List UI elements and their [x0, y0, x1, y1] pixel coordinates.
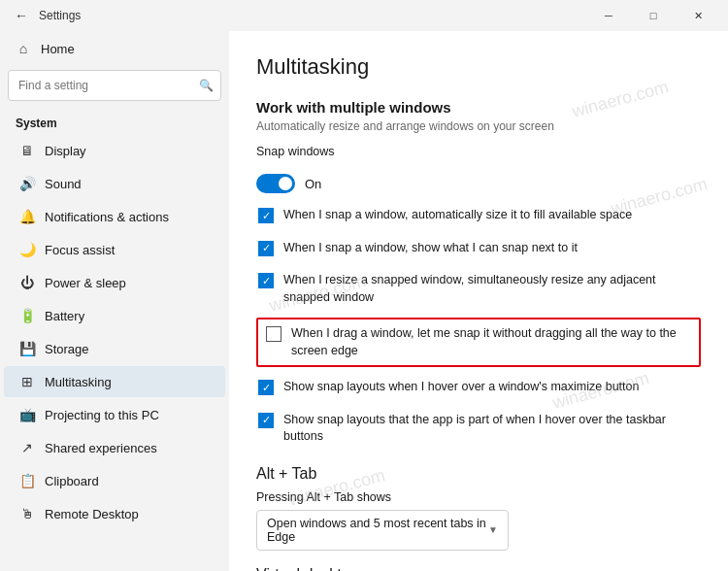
- sidebar-item-sound[interactable]: 🔊 Sound: [4, 168, 225, 199]
- snap-windows-row: Snap windows: [256, 145, 701, 164]
- sidebar-item-storage[interactable]: 💾 Storage: [4, 333, 225, 364]
- checkbox-3[interactable]: [258, 273, 274, 288]
- checkbox-label-2: When I snap a window, show what I can sn…: [283, 240, 578, 257]
- shared-icon: ↗: [19, 440, 35, 455]
- home-label: Home: [41, 42, 75, 56]
- snap-status: On: [305, 177, 321, 191]
- snap-toggle-row: On: [256, 174, 701, 193]
- sidebar-item-label: Shared experiences: [45, 441, 157, 455]
- checkbox-row-1: When I snap a window, automatically size…: [256, 203, 701, 228]
- sidebar-item-home[interactable]: ⌂ Home: [4, 33, 225, 64]
- checkbox-row-6: Show snap layouts that the app is part o…: [256, 408, 701, 450]
- sound-icon: 🔊: [19, 176, 35, 191]
- checkbox-row-2: When I snap a window, show what I can sn…: [256, 236, 701, 261]
- minimize-button[interactable]: ─: [586, 0, 631, 31]
- checkbox-row-4-highlighted: When I drag a window, let me snap it wit…: [256, 318, 701, 367]
- sidebar-item-label: Battery: [45, 309, 84, 323]
- section3-title: Virtual desktops: [256, 566, 701, 572]
- projecting-icon: 📺: [19, 407, 35, 422]
- sidebar-item-display[interactable]: 🖥 Display: [4, 135, 225, 166]
- focus-icon: 🌙: [19, 242, 35, 257]
- sidebar-item-label: Focus assist: [45, 243, 115, 257]
- notifications-icon: 🔔: [19, 209, 35, 224]
- remote-icon: 🖱: [19, 506, 35, 521]
- back-button[interactable]: ←: [8, 2, 35, 29]
- sidebar-item-multitasking[interactable]: ⊞ Multitasking: [4, 366, 225, 397]
- sidebar: ⌂ Home 🔍 System 🖥 Display 🔊 Sound 🔔 Noti…: [0, 31, 229, 571]
- sidebar-section-title: System: [0, 109, 229, 134]
- sidebar-item-clipboard[interactable]: 📋 Clipboard: [4, 465, 225, 496]
- titlebar-title: Settings: [39, 9, 586, 22]
- checkbox-label-3: When I resize a snapped window, simultan…: [283, 272, 699, 306]
- sidebar-item-notifications[interactable]: 🔔 Notifications & actions: [4, 201, 225, 232]
- checkbox-5[interactable]: [258, 380, 274, 395]
- checkbox-6[interactable]: [258, 413, 274, 428]
- home-icon: ⌂: [16, 41, 31, 56]
- sidebar-item-battery[interactable]: 🔋 Battery: [4, 300, 225, 331]
- sidebar-item-label: Notifications & actions: [45, 210, 169, 224]
- sidebar-item-label: Display: [45, 144, 86, 158]
- section2-title: Alt + Tab: [256, 465, 701, 483]
- titlebar: ← Settings ─ □ ✕: [0, 0, 728, 31]
- power-icon: ⏻: [19, 275, 35, 290]
- sidebar-search-container: 🔍: [8, 70, 221, 101]
- display-icon: 🖥: [19, 143, 35, 158]
- checkbox-row-3: When I resize a snapped window, simultan…: [256, 268, 701, 310]
- alt-tab-dropdown[interactable]: Open windows and 5 most recent tabs in E…: [256, 510, 509, 551]
- clipboard-icon: 📋: [19, 473, 35, 488]
- multitasking-icon: ⊞: [19, 374, 35, 389]
- sidebar-item-label: Remote Desktop: [45, 507, 139, 521]
- sidebar-item-label: Storage: [45, 342, 89, 356]
- sidebar-item-shared[interactable]: ↗ Shared experiences: [4, 432, 225, 463]
- sidebar-item-power[interactable]: ⏻ Power & sleep: [4, 267, 225, 298]
- section1-title: Work with multiple windows: [256, 99, 701, 116]
- checkbox-2[interactable]: [258, 241, 274, 256]
- sidebar-item-label: Sound: [45, 177, 82, 191]
- alt-tab-dropdown-arrow: ▼: [488, 524, 498, 535]
- window-controls: ─ □ ✕: [586, 0, 720, 31]
- checkbox-label-6: Show snap layouts that the app is part o…: [283, 412, 699, 446]
- sidebar-item-label: Clipboard: [45, 474, 99, 488]
- checkbox-label-4: When I drag a window, let me snap it wit…: [291, 325, 691, 359]
- maximize-button[interactable]: □: [631, 0, 676, 31]
- back-icon: ←: [15, 8, 28, 23]
- sidebar-item-focus[interactable]: 🌙 Focus assist: [4, 234, 225, 265]
- sidebar-item-remote[interactable]: 🖱 Remote Desktop: [4, 498, 225, 529]
- content-area: winaero.com winaero.com winaero.com wina…: [229, 31, 728, 571]
- battery-icon: 🔋: [19, 308, 35, 323]
- snap-toggle[interactable]: [256, 174, 295, 193]
- close-button[interactable]: ✕: [676, 0, 720, 31]
- checkbox-row-5: Show snap layouts when I hover over a wi…: [256, 375, 701, 400]
- section1-desc: Automatically resize and arrange windows…: [256, 119, 701, 133]
- search-icon: 🔍: [199, 79, 214, 92]
- section2-label: Pressing Alt + Tab shows: [256, 490, 701, 504]
- sidebar-item-label: Projecting to this PC: [45, 408, 159, 422]
- checkbox-label-5: Show snap layouts when I hover over a wi…: [283, 379, 639, 396]
- sidebar-item-label: Power & sleep: [45, 276, 126, 290]
- alt-tab-dropdown-value: Open windows and 5 most recent tabs in E…: [267, 517, 488, 544]
- checkbox-1[interactable]: [258, 208, 274, 223]
- checkbox-label-1: When I snap a window, automatically size…: [283, 207, 632, 224]
- app-container: ⌂ Home 🔍 System 🖥 Display 🔊 Sound 🔔 Noti…: [0, 31, 728, 571]
- sidebar-item-label: Multitasking: [45, 375, 112, 389]
- storage-icon: 💾: [19, 341, 35, 356]
- snap-label: Snap windows: [256, 145, 335, 158]
- search-input[interactable]: [8, 70, 221, 101]
- page-title: Multitasking: [256, 54, 701, 80]
- sidebar-item-projecting[interactable]: 📺 Projecting to this PC: [4, 399, 225, 430]
- checkbox-4[interactable]: [266, 326, 281, 342]
